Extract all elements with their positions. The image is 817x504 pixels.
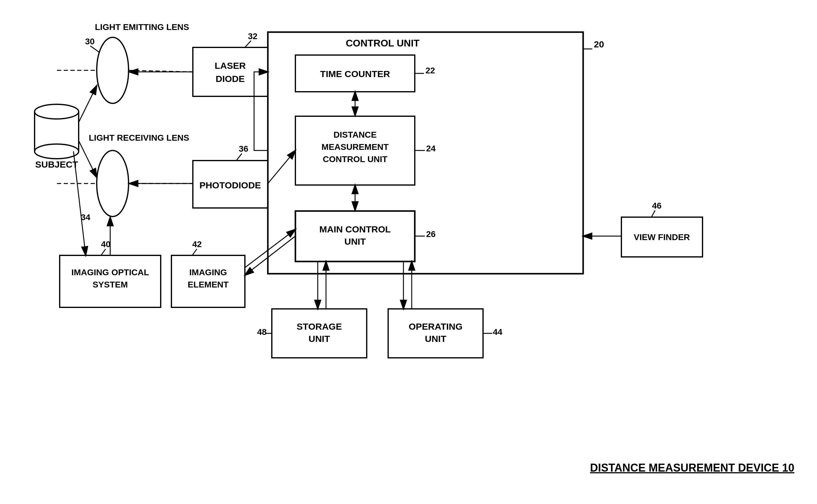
ios-text1: IMAGING OPTICAL: [71, 268, 149, 277]
ref-22-text: 22: [425, 66, 435, 75]
svg-point-61: [97, 37, 128, 103]
ref-44-text: 44: [493, 327, 503, 337]
tc-text: TIME COUNTER: [320, 69, 390, 79]
svg-rect-85: [272, 309, 367, 358]
time-counter-box: TIME COUNTER 22: [295, 55, 435, 92]
mcu-box: MAIN CONTROL UNIT 26: [295, 211, 436, 261]
ios-text2: SYSTEM: [92, 280, 128, 289]
ref-26-text: 26: [426, 229, 436, 239]
light-emitting-lens-text: LIGHT EMITTING LENS: [95, 22, 189, 32]
ref-36-text: 36: [239, 144, 248, 154]
ref-46-text: 46: [652, 201, 662, 210]
light-receiving-lens-text: LIGHT RECEIVING LENS: [89, 133, 189, 143]
dmcu-text3: CONTROL UNIT: [323, 154, 387, 164]
ou-text2: UNIT: [425, 334, 446, 344]
caption-text: DISTANCE MEASUREMENT DEVICE 10: [590, 461, 794, 474]
su-text1: STORAGE: [297, 321, 342, 332]
photodiode-text: PHOTODIODE: [199, 180, 261, 190]
ou-text1: OPERATING: [409, 321, 462, 332]
su-text2: UNIT: [309, 334, 330, 344]
laser-diode-text2: DIODE: [216, 74, 245, 84]
dmcu-box: DISTANCE MEASUREMENT CONTROL UNIT 24: [295, 116, 436, 185]
ie-text2: ELEMENT: [187, 280, 229, 289]
svg-point-59: [35, 144, 79, 159]
laser-diode-text1: LASER: [215, 61, 246, 71]
ref-48-text: 48: [257, 327, 267, 337]
ref-24-text: 24: [426, 144, 436, 153]
ref-34-text: 34: [81, 213, 91, 222]
dmcu-text1: DISTANCE: [333, 130, 377, 139]
ie-text1: IMAGING: [189, 268, 227, 277]
ref-42-text: 42: [192, 239, 202, 249]
ref-32-text: 32: [248, 31, 258, 41]
vf-text: VIEW FINDER: [634, 232, 690, 242]
mcu-text1: MAIN CONTROL: [319, 224, 391, 234]
svg-point-66: [97, 150, 128, 217]
subject-component: SUBJECT: [35, 104, 79, 169]
storage-unit-box: STORAGE UNIT 48: [257, 309, 367, 358]
svg-rect-87: [388, 309, 483, 358]
ref-20-text: 20: [594, 39, 604, 49]
subject-text: SUBJECT: [35, 159, 78, 169]
ref-40-text: 40: [101, 239, 110, 249]
main-diagram: SUBJECT LIGHT EMITTING LENS 30 LASER DIO…: [0, 0, 817, 504]
mcu-text2: UNIT: [344, 236, 366, 246]
ref-30-text: 30: [85, 37, 95, 46]
cu-title: CONTROL UNIT: [346, 38, 420, 49]
dmcu-text2: MEASUREMENT: [321, 142, 388, 152]
diagram-svg: SUBJECT LIGHT EMITTING LENS 30 LASER DIO…: [0, 0, 817, 504]
